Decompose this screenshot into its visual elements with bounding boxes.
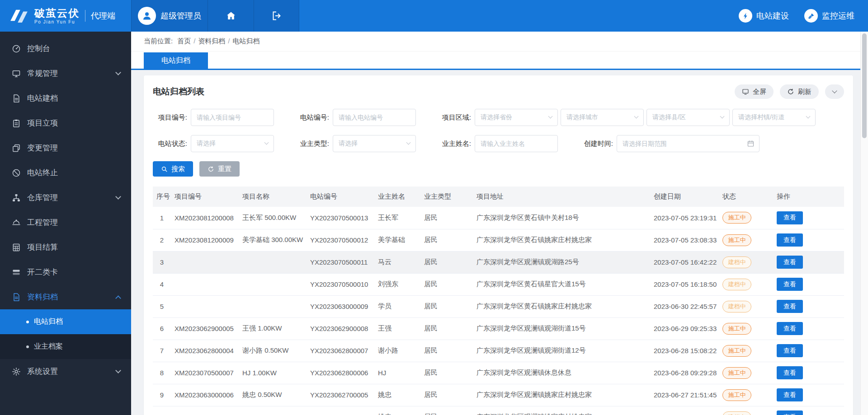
cell-owner_type: 居民 bbox=[420, 340, 473, 362]
archive-table: 序号项目编号项目名称电站编号业主姓名业主类型项目地址创建日期状态操作 1XM20… bbox=[153, 187, 844, 415]
cell-action: 查看 bbox=[773, 317, 844, 340]
select-placeholder: 请选择县/区 bbox=[652, 113, 686, 121]
breadcrumb-item[interactable]: 首页 bbox=[177, 37, 191, 45]
station-status-select[interactable]: 请选择 bbox=[191, 135, 274, 152]
sidebar-subitem-station-archive[interactable]: 电站归档 bbox=[0, 309, 131, 334]
project-region-1-select[interactable]: 请选择城市 bbox=[561, 109, 644, 126]
sidebar-subitem-owner-files[interactable]: 业主档案 bbox=[0, 334, 131, 359]
fullscreen-button[interactable]: 全屏 bbox=[735, 84, 774, 99]
sidebar-item-station-termination[interactable]: 电站终止 bbox=[0, 160, 131, 185]
cell-action: 查看 bbox=[773, 229, 844, 251]
column-header-owner_name: 业主姓名 bbox=[374, 187, 420, 207]
status-badge: 建档中 bbox=[722, 279, 751, 290]
sidebar-item-label: 控制台 bbox=[27, 43, 120, 54]
search-label: 搜索 bbox=[171, 165, 185, 173]
header-action-monitor-ops[interactable]: 监控运维 bbox=[804, 9, 854, 23]
page-scrollbar[interactable] bbox=[860, 32, 868, 415]
filter-owner-type: 业主类型:请选择 bbox=[295, 135, 416, 152]
status-badge: 施工中 bbox=[722, 323, 751, 335]
station-no-input[interactable] bbox=[333, 109, 416, 126]
cell-status: 施工中 bbox=[719, 229, 773, 251]
cell-owner_name: 姚忠 bbox=[374, 384, 420, 406]
refresh-icon bbox=[787, 88, 794, 95]
sidebar-item-general-management[interactable]: 常规管理 bbox=[0, 61, 131, 86]
cell-created_at: 2023-07-05 16:18:50 bbox=[650, 273, 719, 295]
cell-action: 查看 bbox=[773, 251, 844, 273]
project-region-0-select[interactable]: 请选择省份 bbox=[475, 109, 558, 126]
collapse-button[interactable] bbox=[825, 84, 844, 99]
project-region-2-select[interactable]: 请选择县/区 bbox=[646, 109, 730, 126]
cell-index: 1 bbox=[153, 207, 171, 229]
sidebar-item-system-settings[interactable]: 系统设置 bbox=[0, 359, 131, 384]
status-badge: 建档中 bbox=[722, 301, 751, 312]
view-button[interactable]: 查看 bbox=[777, 366, 803, 379]
cell-index: 10 bbox=[153, 406, 171, 415]
view-button[interactable]: 查看 bbox=[777, 211, 803, 224]
filter-actions: 搜索 重置 bbox=[153, 161, 844, 177]
filter-label: 项目编号: bbox=[153, 113, 187, 122]
tab-bar: 电站归档 bbox=[131, 51, 860, 70]
breadcrumb-item[interactable]: 资料归档 bbox=[198, 37, 225, 45]
project-no-input[interactable] bbox=[191, 109, 274, 126]
create-time-input[interactable] bbox=[617, 135, 760, 152]
filter-label: 项目区域: bbox=[437, 113, 471, 122]
cell-owner_type: 居民 bbox=[420, 362, 473, 384]
sidebar-subitem-label: 电站归档 bbox=[34, 317, 63, 326]
logout-button[interactable] bbox=[254, 0, 299, 32]
table-row: 7XM2023062800004谢小路 0.50KWYX202306280000… bbox=[153, 340, 844, 362]
sidebar-item-project-settlement[interactable]: 项目结算 bbox=[0, 235, 131, 260]
cell-created_at: 2023-06-28 15:08:22 bbox=[650, 340, 719, 362]
tab-station-archive[interactable]: 电站归档 bbox=[144, 52, 208, 69]
screwdriver-icon bbox=[807, 12, 815, 20]
sidebar-item-warehouse-management[interactable]: 仓库管理 bbox=[0, 185, 131, 210]
view-button[interactable]: 查看 bbox=[777, 233, 803, 247]
home-icon bbox=[226, 10, 236, 21]
project-region-3-select[interactable]: 请选择村镇/街道 bbox=[732, 109, 816, 126]
cell-address: 广东深圳龙华区观澜镇姚家庄村姚忠家 bbox=[473, 406, 650, 415]
copy-icon bbox=[12, 144, 21, 153]
sidebar-item-engineering-management[interactable]: 工程管理 bbox=[0, 210, 131, 235]
user-menu[interactable]: 超级管理员 bbox=[131, 0, 208, 32]
search-button[interactable]: 搜索 bbox=[153, 161, 193, 177]
sidebar-item-data-archive[interactable]: 资料归档 bbox=[0, 284, 131, 309]
cell-station_no: YX2023070500012 bbox=[307, 229, 374, 251]
brand-divider bbox=[85, 10, 85, 22]
cell-address: 广东深圳龙华区黄石镇姚家庄村姚忠家 bbox=[473, 295, 650, 317]
cell-project_no: XM2023081200009 bbox=[171, 229, 239, 251]
cell-owner_name: HJ bbox=[374, 362, 420, 384]
cell-created_at: 2023-06-30 22:45:57 bbox=[650, 295, 719, 317]
refresh-button[interactable]: 刷新 bbox=[780, 84, 819, 99]
home-button[interactable] bbox=[208, 0, 254, 32]
cell-project_no: XM2023081200008 bbox=[171, 207, 239, 229]
cell-action: 查看 bbox=[773, 384, 844, 406]
owner-name-input[interactable] bbox=[475, 135, 558, 152]
cell-project_no bbox=[171, 295, 239, 317]
panel-head: 电站归档列表 全屏 刷新 bbox=[153, 84, 844, 99]
header-action-station-build[interactable]: 电站建设 bbox=[739, 9, 789, 23]
sidebar-item-type2-card[interactable]: 开二类卡 bbox=[0, 260, 131, 284]
status-badge: 施工中 bbox=[722, 389, 751, 401]
sidebar-item-change-management[interactable]: 变更管理 bbox=[0, 135, 131, 160]
reset-button[interactable]: 重置 bbox=[199, 161, 240, 177]
cell-project_name bbox=[239, 295, 307, 317]
cell-created_at: 2023-06-29 09:25:33 bbox=[650, 317, 719, 340]
archive-icon bbox=[12, 293, 21, 302]
view-button[interactable]: 查看 bbox=[777, 344, 803, 357]
cell-status: 建档中 bbox=[719, 273, 773, 295]
view-button[interactable]: 查看 bbox=[777, 300, 803, 313]
table-header-row: 序号项目编号项目名称电站编号业主姓名业主类型项目地址创建日期状态操作 bbox=[153, 187, 844, 207]
view-button[interactable]: 查看 bbox=[777, 256, 803, 269]
owner-type-select[interactable]: 请选择 bbox=[333, 135, 416, 152]
view-button[interactable]: 查看 bbox=[777, 278, 803, 291]
select-placeholder: 请选择省份 bbox=[481, 113, 512, 121]
view-button[interactable]: 查看 bbox=[777, 322, 803, 335]
sidebar-item-console[interactable]: 控制台 bbox=[0, 36, 131, 61]
chevron-down-icon bbox=[264, 140, 269, 145]
cell-status: 施工中 bbox=[719, 207, 773, 229]
sidebar-item-station-filing[interactable]: 电站建档 bbox=[0, 86, 131, 111]
cell-station_no: YX2023063000009 bbox=[307, 295, 374, 317]
view-button[interactable]: 查看 bbox=[777, 388, 803, 401]
sidebar-item-project-initiation[interactable]: 项目立项 bbox=[0, 111, 131, 135]
view-button[interactable]: 查看 bbox=[777, 410, 803, 415]
scrollbar-thumb[interactable] bbox=[862, 33, 867, 138]
